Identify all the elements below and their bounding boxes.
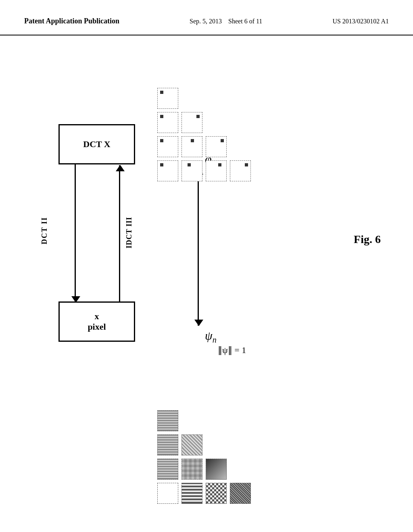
phi-basis-cell [157, 112, 178, 133]
psi-basis-cell [157, 483, 178, 504]
psi-basis-cell [230, 483, 251, 504]
psi-grid-row-2 [157, 434, 251, 455]
phi-basis-cell [230, 160, 251, 181]
publication-title: Patent Application Publication [24, 16, 119, 26]
norm-label: ‖ψ‖ = 1 [218, 345, 246, 355]
figure-label: Fig. 6 [354, 233, 381, 246]
idct3-label: IDCT III [125, 217, 133, 248]
psi-basis-cell [181, 434, 202, 455]
phi-basis-cell [206, 136, 227, 157]
page-header: Patent Application Publication Sep. 5, 2… [0, 0, 413, 35]
idct3-arrow [119, 165, 120, 302]
dct2-arrow [75, 164, 76, 302]
phi-grid-row-2 [157, 112, 251, 133]
psi-grid-row-4 [157, 483, 251, 504]
publication-number: US 2013/0230102 A1 [332, 16, 389, 27]
psi-basis-cell [157, 434, 178, 455]
psi-basis-cell [181, 459, 202, 480]
phi-basis-grid [157, 88, 251, 181]
phi-basis-cell [157, 88, 178, 109]
psi-basis-cell [157, 459, 178, 480]
psi-grid-row-3 [157, 459, 251, 480]
phi-basis-cell [157, 160, 178, 181]
phi-psi-arrow [198, 168, 199, 326]
phi-grid-row-1 [157, 88, 251, 109]
psi-basis-cell [206, 459, 227, 480]
psi-basis-cell [206, 483, 227, 504]
psi-basis-cell [157, 410, 178, 431]
phi-basis-cell [181, 136, 202, 157]
psi-grid-row-1 [157, 410, 251, 431]
phi-grid-row-4 [157, 160, 251, 181]
phi-grid-row-3 [157, 136, 251, 157]
diagram-area: DCT X x pixel DCT II IDCT III φn ψn ‖ψ‖ … [0, 35, 413, 519]
dct2-label: DCT II [40, 217, 49, 244]
psi-basis-grid [157, 410, 251, 504]
phi-basis-cell [157, 136, 178, 157]
psi-basis-cell [181, 483, 202, 504]
phi-basis-cell [181, 112, 202, 133]
psi-label: ψn [205, 329, 217, 345]
phi-basis-cell [206, 160, 227, 181]
phi-basis-cell [181, 160, 202, 181]
publication-date-sheet: Sep. 5, 2013 Sheet 6 of 11 [190, 16, 262, 27]
dct-x-box: DCT X [58, 124, 135, 164]
x-pixel-box: x pixel [58, 301, 135, 342]
